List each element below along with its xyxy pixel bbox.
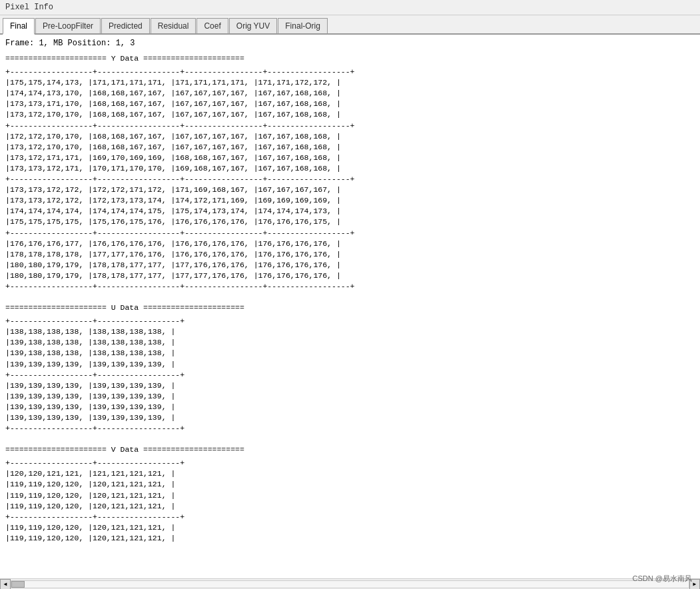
v-data-header: ====================== V Data ==========… [5, 444, 695, 455]
scroll-thumb[interactable] [11, 581, 25, 588]
main-window: Pixel Info Final Pre-LoopFilter Predicte… [0, 0, 700, 589]
scroll-left-arrow[interactable]: ◀ [0, 579, 11, 590]
v-data-block: ====================== V Data ==========… [5, 444, 695, 544]
tab-pre-loopfilter[interactable]: Pre-LoopFilter [35, 18, 101, 33]
horizontal-scrollbar[interactable]: ◀ ▶ [0, 578, 700, 589]
tab-orig-yuv[interactable]: Orig YUV [229, 18, 277, 33]
u-data-block: ====================== U Data ==========… [5, 302, 695, 434]
v-data-content: +------------------+------------------+ … [5, 458, 695, 544]
tab-final-orig[interactable]: Final-Orig [278, 18, 328, 33]
tab-residual[interactable]: Residual [151, 18, 196, 33]
u-data-content: +------------------+------------------+ … [5, 316, 695, 434]
tab-final[interactable]: Final [3, 18, 35, 35]
frame-info: Frame: 1, MB Position: 1, 3 [5, 39, 695, 48]
y-data-content: +------------------+------------------+-… [5, 67, 695, 292]
watermark: CSDN @易水南风 [633, 574, 692, 584]
y-data-header: ====================== Y Data ==========… [5, 53, 695, 64]
tab-bar: Final Pre-LoopFilter Predicted Residual … [0, 15, 700, 35]
window-title: Pixel Info [5, 3, 53, 12]
content-area[interactable]: Frame: 1, MB Position: 1, 3 ============… [0, 35, 700, 578]
title-bar: Pixel Info [0, 0, 700, 15]
u-data-header: ====================== U Data ==========… [5, 302, 695, 313]
tab-predicted[interactable]: Predicted [101, 18, 150, 33]
scroll-track[interactable] [11, 580, 689, 588]
tab-coef[interactable]: Coef [196, 18, 228, 33]
y-data-block: ====================== Y Data ==========… [5, 53, 695, 292]
